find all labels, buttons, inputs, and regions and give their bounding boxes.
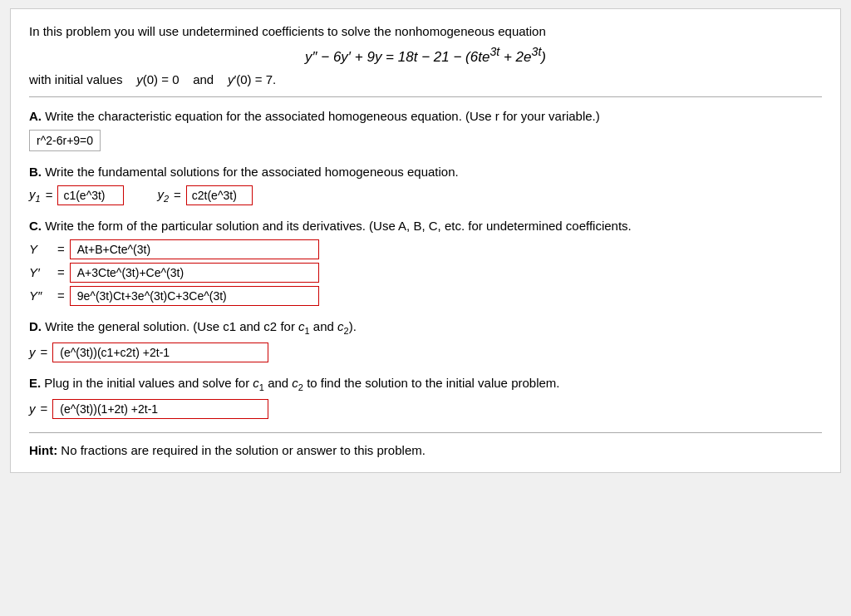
section-a-desc: Write the characteristic equation for th…	[45, 109, 600, 123]
y1-input[interactable]: c1(e^3t)	[57, 185, 124, 205]
hint-section: Hint: No fractions are required in the s…	[29, 432, 822, 457]
part-e-input[interactable]: (e^(3t))(1+2t) +2t-1	[52, 399, 268, 419]
section-b-label: B.	[29, 165, 42, 179]
section-c-label: C.	[29, 219, 42, 233]
Y-label: Y	[29, 242, 52, 256]
main-container: In this problem you will use undetermine…	[10, 8, 841, 473]
Y-equals: =	[57, 242, 65, 256]
section-a-label: A.	[29, 109, 42, 123]
Yp-equals: =	[57, 265, 65, 279]
y2-label: y2	[157, 187, 169, 204]
part-d-y-label: y	[29, 345, 36, 359]
y2-equals: =	[174, 188, 181, 202]
section-e-desc: Plug in the initial values and solve for…	[44, 376, 559, 390]
equation-display: y″ − 6y′ + 9y = 18t − 21 − (6te3t + 2e3t…	[29, 45, 822, 66]
Ypp-row: Y″ = 9e^(3t)Ct+3e^(3t)C+3Ce^(3t)	[29, 286, 822, 306]
Ypp-label: Y″	[29, 288, 52, 303]
Yp-label: Y′	[29, 265, 52, 279]
part-e-equals: =	[41, 402, 48, 416]
section-e-title: E. Plug in the initial values and solve …	[29, 376, 822, 392]
Ypp-input[interactable]: 9e^(3t)Ct+3e^(3t)C+3Ce^(3t)	[70, 286, 319, 306]
part-e-y-label: y	[29, 402, 36, 416]
Yp-input[interactable]: A+3Cte^(3t)+Ce^(3t)	[70, 263, 319, 283]
section-d-desc: Write the general solution. (Use c1 and …	[45, 319, 357, 333]
part-d-equals: =	[41, 345, 48, 359]
hint-text: No fractions are required in the solutio…	[61, 443, 426, 457]
section-c-title: C. Write the form of the particular solu…	[29, 219, 822, 233]
Y-input[interactable]: At+B+Cte^(3t)	[70, 239, 319, 259]
and-label: and	[193, 72, 214, 86]
part-d-input-row: y = (e^(3t))(c1+c2t) +2t-1	[29, 342, 822, 362]
initial-values-row: with initial values y(0) = 0 and y′(0) =…	[29, 72, 822, 86]
section-e-label: E.	[29, 376, 41, 390]
part-c-inputs: Y = At+B+Cte^(3t) Y′ = A+3Cte^(3t)+Ce^(3…	[29, 239, 822, 306]
y1-label: y1	[29, 187, 41, 204]
section-b-desc: Write the fundamental solutions for the …	[45, 165, 459, 179]
section-a-input-row: r^2-6r+9=0	[29, 130, 822, 151]
part-e-input-row: y = (e^(3t))(1+2t) +2t-1	[29, 399, 822, 419]
y1-y2-row: y1 = c1(e^3t) y2 = c2t(e^3t)	[29, 185, 822, 205]
section-a: A. Write the characteristic equation for…	[29, 109, 822, 151]
Ypp-equals: =	[57, 288, 65, 303]
section-b-title: B. Write the fundamental solutions for t…	[29, 165, 822, 179]
part-d-input[interactable]: (e^(3t))(c1+c2t) +2t-1	[52, 342, 268, 362]
initial-values-label: with initial values	[29, 72, 123, 86]
yp0-value: y′(0) = 7.	[228, 72, 276, 86]
section-d: D. Write the general solution. (Use c1 a…	[29, 319, 822, 362]
section-c: C. Write the form of the particular solu…	[29, 219, 822, 306]
hint-label: Hint:	[29, 443, 57, 457]
y2-input[interactable]: c2t(e^3t)	[186, 185, 253, 205]
Yp-row: Y′ = A+3Cte^(3t)+Ce^(3t)	[29, 263, 822, 283]
section-d-label: D.	[29, 319, 42, 333]
y1-pair: y1 = c1(e^3t)	[29, 185, 124, 205]
section-c-desc: Write the form of the particular solutio…	[45, 219, 632, 233]
section-a-title: A. Write the characteristic equation for…	[29, 109, 822, 123]
equation-lhs: y″ − 6y′ + 9y = 18t − 21 − (6te3t + 2e3t…	[305, 49, 546, 65]
Y-row: Y = At+B+Cte^(3t)	[29, 239, 822, 259]
y1-equals: =	[46, 188, 53, 202]
char-eq-answer[interactable]: r^2-6r+9=0	[29, 130, 101, 151]
section-e: E. Plug in the initial values and solve …	[29, 376, 822, 419]
intro-text: In this problem you will use undetermine…	[29, 24, 822, 38]
y2-pair: y2 = c2t(e^3t)	[157, 185, 252, 205]
intro-section: In this problem you will use undetermine…	[29, 24, 822, 97]
section-d-title: D. Write the general solution. (Use c1 a…	[29, 319, 822, 336]
section-b: B. Write the fundamental solutions for t…	[29, 165, 822, 205]
y0-value: y(0) = 0	[136, 72, 179, 86]
